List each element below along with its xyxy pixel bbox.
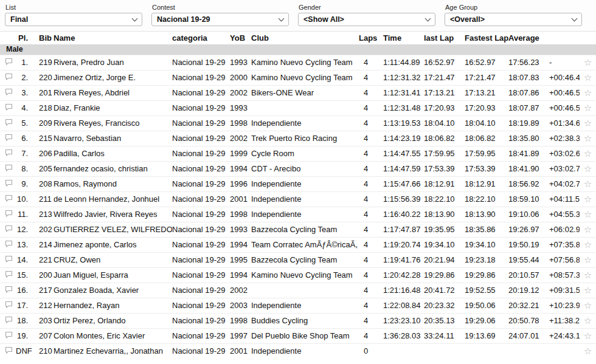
name-cell: Rivera Reyes, Francisco <box>54 115 172 131</box>
table-row[interactable]: 18. 203 Ortiz Perez, Orlando Nacional 19… <box>0 313 596 328</box>
gender-select[interactable]: <Show All> <box>298 13 435 26</box>
bib-cell: 206 <box>38 146 54 161</box>
favorite-star-icon[interactable]: ☆ <box>584 285 592 295</box>
comment-icon[interactable] <box>5 331 13 339</box>
favorite-star-icon[interactable]: ☆ <box>584 224 592 235</box>
comment-icon[interactable] <box>5 225 13 233</box>
favorite-star-icon[interactable]: ☆ <box>584 346 592 356</box>
table-row[interactable]: 1. 219 Rivera, Predro Juan Nacional 19-2… <box>0 55 596 70</box>
table-row[interactable]: 12. 202 GUTIERREZ VELEZ, WILFREDO Nacion… <box>0 222 596 237</box>
favorite-star-icon[interactable]: ☆ <box>584 103 592 113</box>
contest-select[interactable]: Nacional 19-29 <box>151 13 289 26</box>
favorite-star-icon[interactable]: ☆ <box>584 315 592 326</box>
favorite-star-icon[interactable]: ☆ <box>584 194 592 204</box>
table-row[interactable]: 13. 214 Jimenez aponte, Carlos Nacional … <box>0 237 596 252</box>
last-lap-cell: 18:06.82 <box>424 131 465 146</box>
comment-icon[interactable] <box>5 346 13 354</box>
favorite-star-icon[interactable]: ☆ <box>584 57 592 67</box>
time-cell: 1:23:23.10 <box>383 313 424 328</box>
comment-icon[interactable] <box>5 179 13 187</box>
comment-icon[interactable] <box>5 240 13 248</box>
gap-cell: +04:11.50 <box>549 191 580 207</box>
place-cell: 15. <box>16 267 38 283</box>
comment-icon[interactable] <box>5 194 13 202</box>
table-row[interactable]: 8. 205 fernandez ocasio, christian Nacio… <box>0 161 596 176</box>
category-cell: Nacional 19-29 <box>172 207 230 222</box>
comment-icon[interactable] <box>5 134 13 142</box>
table-row[interactable]: 17. 212 Hernandez, Rayan Nacional 19-29 … <box>0 298 596 313</box>
comment-icon[interactable] <box>5 316 13 324</box>
comment-icon[interactable] <box>5 73 13 81</box>
name-cell: Hernandez, Rayan <box>54 298 172 313</box>
comment-icon[interactable] <box>5 88 13 96</box>
bib-cell: 202 <box>38 222 54 237</box>
time-cell: 1:20:42.28 <box>383 267 424 283</box>
table-row[interactable]: DNF 210 Martinez Echevarria,, Jonathan N… <box>0 343 596 359</box>
table-row[interactable]: 19. 207 Colon Montes, Eric Xavier Nacion… <box>0 328 596 343</box>
table-row[interactable]: 2. 220 Jimenez Ortiz, Jorge E. Nacional … <box>0 70 596 85</box>
table-row[interactable]: 9. 208 Ramos, Raymond Nacional 19-29 199… <box>0 176 596 191</box>
favorite-star-icon[interactable]: ☆ <box>584 118 592 128</box>
comment-icon[interactable] <box>5 149 13 157</box>
club-cell: Kamino Nuevo Cycling Team <box>251 267 359 283</box>
favorite-star-icon[interactable]: ☆ <box>584 179 592 189</box>
laps-cell: 4 <box>359 85 383 100</box>
favorite-star-icon[interactable]: ☆ <box>584 88 592 98</box>
yob-cell: 2002 <box>230 131 251 146</box>
average-cell: 18:19.89 <box>508 115 549 131</box>
laps-cell: 0 <box>359 343 383 359</box>
average-cell: 18:07.87 <box>508 100 549 115</box>
comment-icon[interactable] <box>5 210 13 218</box>
bib-cell: 205 <box>38 161 54 176</box>
table-row[interactable]: 11. 213 Wilfredo Javier, Rivera Reyes Na… <box>0 207 596 222</box>
name-cell: Rivera, Predro Juan <box>54 55 172 70</box>
comment-icon[interactable] <box>5 118 13 126</box>
comment-icon[interactable] <box>5 301 13 309</box>
average-cell: 18:35.80 <box>508 131 549 146</box>
gap-cell: +04:02.77 <box>549 176 580 191</box>
table-row[interactable]: 14. 221 CRUZ, Owen Nacional 19-29 1995 B… <box>0 252 596 267</box>
favorite-star-icon[interactable]: ☆ <box>584 239 592 250</box>
category-cell: Nacional 19-29 <box>172 100 230 115</box>
table-row[interactable]: 3. 201 Rivera Reyes, Abdriel Nacional 19… <box>0 85 596 100</box>
comment-icon[interactable] <box>5 255 13 263</box>
table-row[interactable]: 7. 206 Padilla, Carlos Nacional 19-29 19… <box>0 146 596 161</box>
favorite-star-icon[interactable]: ☆ <box>584 163 592 174</box>
favorite-star-icon[interactable]: ☆ <box>584 300 592 311</box>
comment-icon[interactable] <box>5 164 13 172</box>
average-cell: 19:26.97 <box>508 222 549 237</box>
yob-cell: 1999 <box>230 146 251 161</box>
table-row[interactable]: 15. 200 Juan Miguel, Esparra Nacional 19… <box>0 267 596 283</box>
favorite-star-icon[interactable]: ☆ <box>584 270 592 280</box>
favorite-star-icon[interactable]: ☆ <box>584 72 592 83</box>
table-row[interactable]: 4. 218 Diaz, Frankie Nacional 19-29 1993… <box>0 100 596 115</box>
favorite-star-icon[interactable]: ☆ <box>584 209 592 219</box>
time-cell: 1:19:41.76 <box>383 252 424 267</box>
favorite-star-icon[interactable]: ☆ <box>584 148 592 159</box>
category-cell: Nacional 19-29 <box>172 55 230 70</box>
place-cell: 16. <box>16 283 38 298</box>
place-cell: 1. <box>16 55 38 70</box>
header-bib: Bib <box>38 32 54 44</box>
category-cell: Nacional 19-29 <box>172 146 230 161</box>
comment-icon[interactable] <box>5 286 13 294</box>
comment-icon[interactable] <box>5 103 13 111</box>
table-row[interactable]: 16. 217 Gonzalez Boada, Xavier Nacional … <box>0 283 596 298</box>
table-row[interactable]: 5. 209 Rivera Reyes, Francisco Nacional … <box>0 115 596 131</box>
place-cell: 14. <box>16 252 38 267</box>
fastest-lap-cell: 18:35.86 <box>465 222 508 237</box>
comment-icon[interactable] <box>5 58 13 66</box>
age-group-select[interactable]: <Overall> <box>445 13 582 26</box>
gap-cell: +04:55.33 <box>549 207 580 222</box>
favorite-star-icon[interactable]: ☆ <box>584 255 592 265</box>
favorite-star-icon[interactable]: ☆ <box>584 133 592 143</box>
list-select[interactable]: Final <box>5 13 142 26</box>
last-lap-cell: 17:59.95 <box>424 146 465 161</box>
table-row[interactable]: 10. 211 de Leonn Hernandez, Jonhuel Naci… <box>0 191 596 207</box>
comment-icon[interactable] <box>5 270 13 278</box>
place-cell: 6. <box>16 131 38 146</box>
favorite-star-icon[interactable]: ☆ <box>584 331 592 341</box>
place-cell: 11. <box>16 207 38 222</box>
table-row[interactable]: 6. 215 Navarro, Sebastian Nacional 19-29… <box>0 131 596 146</box>
filter-group-list: List Final <box>5 3 142 31</box>
